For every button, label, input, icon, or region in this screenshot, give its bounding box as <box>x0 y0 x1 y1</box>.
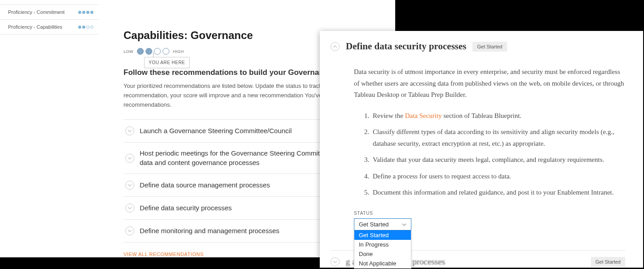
chevron-down-icon[interactable] <box>125 154 134 163</box>
sidebar-item-capabilities[interactable]: Proficiency - Capabilities <box>0 20 99 35</box>
status-option[interactable]: Not Applicable <box>354 259 411 268</box>
sidebar-item-label: Proficiency - Capabilities <box>8 24 62 30</box>
chevron-down-icon[interactable] <box>331 257 340 266</box>
chevron-down-icon[interactable] <box>125 181 134 190</box>
step-item: Define a process for users to request ac… <box>371 170 625 182</box>
recommendation-title: Define monitoring and management process… <box>140 226 344 235</box>
step-item: Review the Data Security section of Tabl… <box>371 110 625 121</box>
step-item: Validate that your data security meets l… <box>371 154 625 165</box>
recommendation-detail-panel: Define data security processes Get Start… <box>320 31 643 268</box>
score-dots <box>78 26 93 29</box>
status-section: STATUS Get Started Get Started In Progre… <box>354 211 625 230</box>
status-dropdown-trigger[interactable]: Get Started <box>354 218 411 230</box>
chevron-down-icon <box>402 222 406 227</box>
chevron-up-icon[interactable] <box>331 42 340 51</box>
scale-high-label: HIGH <box>173 49 184 54</box>
chevron-down-icon[interactable] <box>125 226 134 235</box>
status-button[interactable]: Get Started <box>472 42 507 52</box>
detail-steps: Review the Data Security section of Tabl… <box>364 110 625 199</box>
status-dropdown[interactable]: Get Started Get Started In Progress Done… <box>354 218 411 230</box>
status-label: STATUS <box>354 211 625 216</box>
view-all-link[interactable]: VIEW ALL RECOMMENDATIONS <box>124 252 203 257</box>
you-are-here-tooltip: YOU ARE HERE <box>144 57 190 68</box>
status-option[interactable]: Done <box>354 249 411 259</box>
data-security-link[interactable]: Data Security <box>405 112 442 119</box>
scale-circles: YOU ARE HERE <box>137 48 169 55</box>
detail-header: Define data security processes Get Start… <box>331 41 625 52</box>
sidebar: Proficiency - Commitment Proficiency - C… <box>0 4 99 35</box>
score-dots <box>78 11 93 14</box>
chevron-down-icon[interactable] <box>125 204 134 213</box>
status-button[interactable]: Get Started <box>591 257 625 267</box>
detail-title: Define data security processes <box>346 41 466 52</box>
step-item: Document this information and related gu… <box>371 187 625 198</box>
status-dropdown-menu: Get Started In Progress Done Not Applica… <box>354 230 411 269</box>
chevron-down-icon[interactable] <box>125 126 134 135</box>
recommendation-title: Launch a Governance Steering Committee/C… <box>140 126 344 135</box>
recommendation-title: Define data source management processes <box>140 181 344 190</box>
status-option[interactable]: In Progress <box>354 240 411 249</box>
sidebar-item-label: Proficiency - Commitment <box>8 9 65 15</box>
detail-body: Data security is of utmost importance in… <box>354 66 625 101</box>
step-item: Classify different types of data accordi… <box>371 126 625 150</box>
recommendation-title: Define data security processes <box>140 204 344 213</box>
scale-low-label: LOW <box>124 49 133 54</box>
sidebar-item-commitment[interactable]: Proficiency - Commitment <box>0 5 99 20</box>
status-option[interactable]: Get Started <box>354 230 411 240</box>
